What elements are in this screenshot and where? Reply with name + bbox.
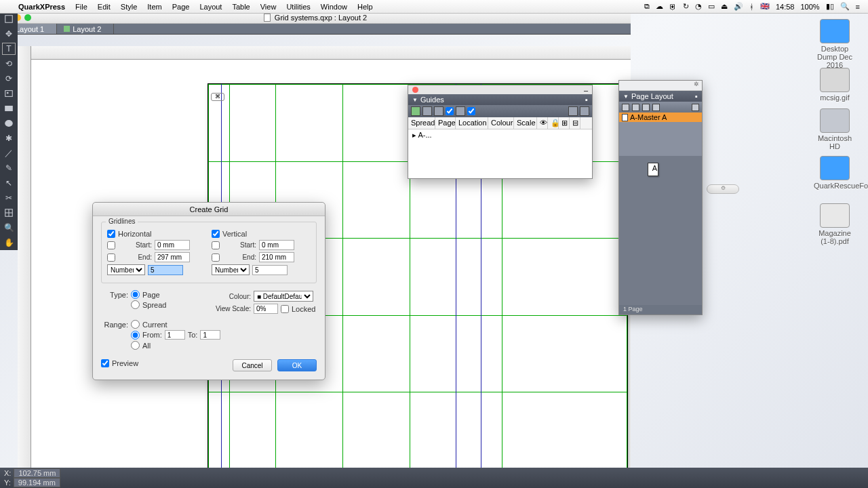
grid-icon[interactable] — [456, 106, 465, 116]
pages-area[interactable]: A — [619, 156, 702, 305]
trash-icon[interactable] — [692, 104, 699, 111]
zoom-icon[interactable] — [24, 14, 31, 21]
range-current-radio[interactable] — [131, 320, 140, 329]
battery-pct[interactable]: 100% — [800, 3, 819, 11]
dialog-titlebar[interactable]: Create Grid — [93, 203, 325, 216]
v-end-checkbox[interactable] — [212, 253, 220, 262]
app-menu[interactable]: QuarkXPress — [18, 3, 65, 11]
section-icon[interactable] — [652, 104, 660, 111]
palette-options[interactable]: ✲ — [619, 81, 702, 91]
h-number-field[interactable] — [148, 265, 183, 275]
h-start-checkbox[interactable] — [107, 241, 115, 249]
eject-icon[interactable]: ⏏ — [721, 2, 728, 11]
v-start-field[interactable] — [259, 240, 294, 250]
palette-title[interactable]: ▼Page Layout▪ — [619, 91, 702, 102]
battery-icon[interactable]: ▮▯ — [826, 2, 834, 11]
range-to-field[interactable] — [200, 330, 220, 340]
range-from-radio[interactable] — [131, 331, 140, 340]
h-start-field[interactable] — [155, 240, 190, 250]
desktop-icon[interactable]: QuarkRescueFolder — [814, 156, 856, 190]
lang-icon[interactable]: 🇬🇧 — [760, 2, 770, 11]
y-field[interactable]: 99.194 mm — [14, 478, 60, 487]
show-icon[interactable] — [568, 106, 578, 116]
viewscale-field[interactable] — [254, 304, 278, 314]
star-tool[interactable]: ✱ — [2, 132, 16, 144]
menu-page[interactable]: Page — [172, 3, 190, 11]
display-icon[interactable]: ▭ — [708, 2, 715, 11]
collapsed-palette[interactable]: ⚙ — [707, 184, 739, 194]
collapse-icon[interactable]: ▪ — [695, 92, 698, 100]
h-mode-select[interactable]: Number — [107, 264, 145, 275]
tab-layout2[interactable]: Layout 2 — [57, 24, 114, 34]
oval-tool[interactable] — [2, 117, 16, 129]
add-guide-icon[interactable] — [411, 106, 420, 116]
menu-window[interactable]: Window — [321, 3, 347, 11]
hguide-icon[interactable] — [422, 106, 432, 116]
guide-toggle-2[interactable] — [467, 107, 475, 115]
sync-icon[interactable]: ↻ — [683, 2, 689, 11]
desktop-icon[interactable]: Desktop Dump Dec 2016 — [814, 19, 856, 69]
duplicate-icon[interactable] — [642, 104, 650, 111]
type-page-radio[interactable] — [131, 290, 140, 299]
list-item[interactable]: ▸ A-... — [412, 131, 588, 140]
disclosure-icon[interactable]: ▼ — [623, 94, 629, 100]
item-tool[interactable] — [2, 13, 16, 25]
v-number-field[interactable] — [252, 265, 288, 275]
page-layout-palette[interactable]: ✲ ▼Page Layout▪ A-Master A A 1 Page — [618, 80, 703, 315]
x-field[interactable]: 102.75 mm — [14, 468, 60, 478]
vguide-icon[interactable] — [434, 106, 443, 116]
menu-help[interactable]: Help — [357, 3, 373, 11]
vertical-checkbox[interactable] — [212, 230, 220, 238]
backup-icon[interactable]: ◔ — [695, 2, 702, 11]
pointer-tool[interactable]: ↖ — [2, 177, 16, 189]
h-end-checkbox[interactable] — [107, 253, 115, 262]
menu-file[interactable]: File — [75, 3, 87, 11]
type-spread-radio[interactable] — [131, 300, 140, 309]
minimize-icon[interactable]: – — [584, 86, 588, 94]
dropbox-icon[interactable]: ⧉ — [644, 2, 650, 11]
rect-tool[interactable] — [2, 102, 16, 115]
v-end-field[interactable] — [259, 252, 294, 262]
move-tool[interactable]: ✥ — [2, 28, 16, 40]
clock[interactable]: 14:58 — [776, 3, 795, 11]
notifications-icon[interactable]: ≡ — [856, 3, 860, 11]
horizontal-ruler[interactable] — [31, 46, 631, 60]
bluetooth-icon[interactable]: ᚼ — [749, 3, 754, 11]
preview-checkbox[interactable] — [101, 359, 109, 367]
desktop-icon[interactable]: Magazine (1-8).pdf — [814, 203, 856, 245]
collapse-icon[interactable]: ▪ — [585, 96, 588, 104]
lock-guides-icon[interactable] — [580, 106, 589, 116]
v-mode-select[interactable]: Number — [212, 264, 250, 275]
range-all-radio[interactable] — [131, 341, 140, 350]
page-thumbnail[interactable]: A — [648, 163, 658, 176]
range-from-field[interactable] — [165, 330, 185, 340]
palette-mini-titlebar[interactable]: – — [408, 85, 592, 94]
pen-tool[interactable]: ✎ — [2, 162, 16, 174]
v-start-checkbox[interactable] — [212, 241, 220, 249]
line-tool[interactable]: ／ — [2, 147, 16, 159]
vertical-ruler[interactable] — [18, 46, 31, 476]
pan-tool[interactable]: ✋ — [2, 237, 16, 249]
menu-layout[interactable]: Layout — [199, 3, 222, 11]
disclosure-icon[interactable]: ▼ — [412, 97, 418, 103]
palette-title[interactable]: ▼Guides▪ — [408, 94, 592, 105]
cloud-icon[interactable]: ☁ — [656, 2, 663, 11]
table-tool[interactable] — [2, 207, 16, 219]
zoom-tool[interactable]: 🔍 — [2, 222, 16, 234]
desktop-icon[interactable]: Macintosh HD — [814, 108, 856, 150]
link-tool[interactable]: ⟲ — [2, 58, 16, 70]
guide-toggle-1[interactable] — [446, 107, 454, 115]
volume-icon[interactable]: 🔊 — [734, 2, 743, 11]
master-item[interactable]: A-Master A — [619, 113, 702, 122]
horizontal-checkbox[interactable] — [107, 230, 115, 238]
picture-tool[interactable] — [2, 87, 16, 100]
colour-select[interactable]: ■ DefaultDefault — [254, 291, 313, 302]
facing-page-icon[interactable] — [632, 104, 639, 111]
menu-view[interactable]: View — [260, 3, 277, 11]
masters-area[interactable] — [619, 122, 702, 156]
guides-list[interactable]: ▸ A-... — [408, 129, 592, 178]
scissors-tool[interactable]: ✂ — [2, 192, 16, 204]
guides-palette[interactable]: – ▼Guides▪ Spread Page Location Colour S… — [408, 85, 593, 179]
h-end-field[interactable] — [155, 252, 190, 262]
menu-table[interactable]: Table — [232, 3, 250, 11]
